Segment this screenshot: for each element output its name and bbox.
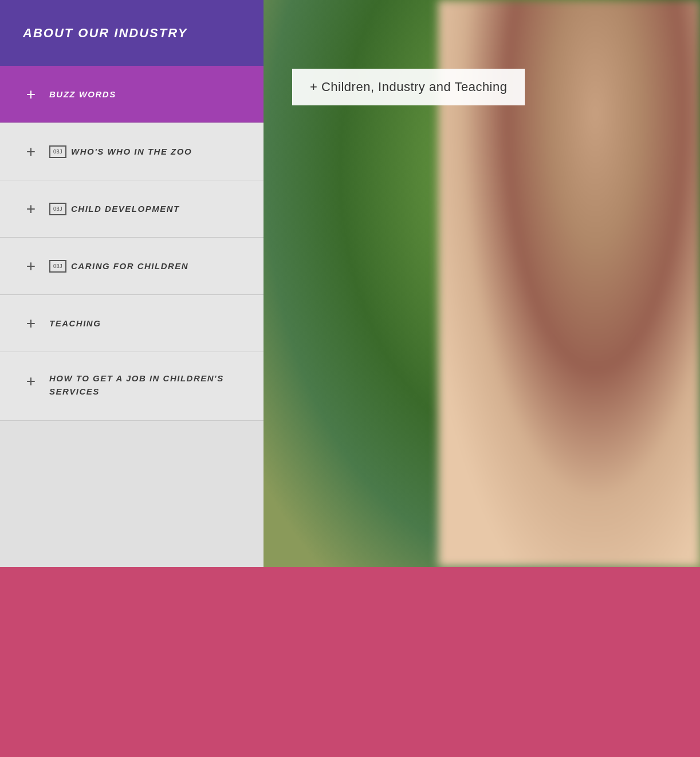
plus-icon: +: [23, 372, 39, 391]
plus-icon: +: [23, 143, 39, 161]
menu-item-label: HOW TO GET A JOB IN CHILDREN'S SERVICES: [49, 372, 241, 398]
main-wrapper: ABOUT OUR INDUSTRY + BUZZ WORDS + OBJ WH…: [0, 0, 700, 757]
sidebar-item-whos-who[interactable]: + OBJ WHO'S WHO IN THE ZOO: [0, 123, 264, 180]
menu-item-label: CHILD DEVELOPMENT: [71, 204, 180, 214]
sidebar-item-caring-for-children[interactable]: + OBJ CARING FOR CHILDREN: [0, 238, 264, 295]
plus-icon: +: [23, 200, 39, 218]
sidebar-title: ABOUT OUR INDUSTRY: [23, 26, 187, 41]
sidebar-header: ABOUT OUR INDUSTRY: [0, 0, 264, 66]
sidebar-item-buzz-words[interactable]: + BUZZ WORDS: [0, 66, 264, 123]
bottom-section: [0, 567, 700, 757]
plus-icon: +: [23, 314, 39, 333]
obj-icon: OBJ: [49, 203, 66, 215]
menu-item-label: BUZZ WORDS: [49, 89, 116, 99]
sidebar-item-how-to-get-job[interactable]: + HOW TO GET A JOB IN CHILDREN'S SERVICE…: [0, 352, 264, 421]
content-tag[interactable]: + Children, Industry and Teaching: [292, 69, 525, 105]
sidebar: ABOUT OUR INDUSTRY + BUZZ WORDS + OBJ WH…: [0, 0, 264, 567]
menu-item-label: CARING FOR CHILDREN: [71, 261, 188, 271]
menu-item-label: TEACHING: [49, 318, 101, 328]
content-area: + Children, Industry and Teaching: [264, 0, 700, 567]
sidebar-item-child-development[interactable]: + OBJ CHILD DEVELOPMENT: [0, 180, 264, 238]
plus-icon: +: [23, 257, 39, 275]
obj-icon: OBJ: [49, 145, 66, 158]
plus-icon: +: [23, 85, 39, 104]
sidebar-item-teaching[interactable]: + TEACHING: [0, 295, 264, 352]
obj-icon: OBJ: [49, 260, 66, 273]
menu-item-label: WHO'S WHO IN THE ZOO: [71, 147, 192, 156]
top-section: ABOUT OUR INDUSTRY + BUZZ WORDS + OBJ WH…: [0, 0, 700, 567]
